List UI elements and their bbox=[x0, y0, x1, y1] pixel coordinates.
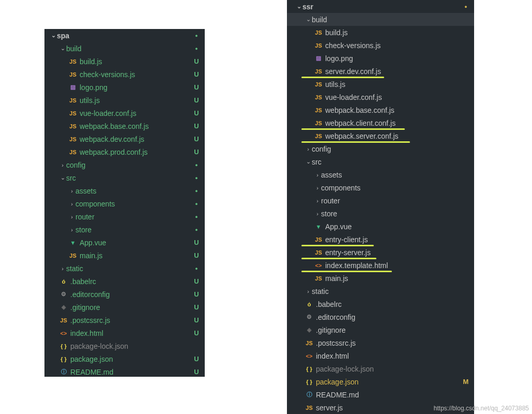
tree-folder[interactable]: ⌄build● bbox=[44, 42, 205, 55]
tree-root[interactable]: ⌄spa● bbox=[44, 29, 205, 42]
tree-file[interactable]: ⚙.editorconfigU bbox=[44, 288, 205, 301]
tree-folder[interactable]: ›router bbox=[287, 194, 474, 207]
tree-folder[interactable]: ›static● bbox=[44, 262, 205, 275]
tree-file[interactable]: { }package-lock.json bbox=[44, 339, 205, 352]
item-label: build bbox=[312, 16, 470, 24]
tree-file[interactable]: ▨logo.pngU bbox=[44, 81, 205, 94]
tree-file[interactable]: JScheck-versions.js bbox=[287, 39, 474, 52]
tree-folder[interactable]: ›store bbox=[287, 207, 474, 220]
tree-file[interactable]: JScheck-versions.jsU bbox=[44, 68, 205, 81]
item-label: build.js bbox=[325, 28, 470, 37]
item-label: assets bbox=[321, 171, 470, 179]
git-status-dot: ● bbox=[462, 4, 470, 9]
tree-file[interactable]: JSutils.jsU bbox=[44, 94, 205, 107]
tree-folder[interactable]: ›assets● bbox=[44, 184, 205, 197]
tree-file[interactable]: { }package.jsonU bbox=[44, 352, 205, 365]
tree-file[interactable]: ⓘREADME.mdU bbox=[44, 365, 205, 378]
tree-file[interactable]: JSwebpack.dev.conf.jsU bbox=[44, 132, 205, 145]
tree-file[interactable]: ◈.gitignoreU bbox=[44, 301, 205, 314]
git-status-modified: M bbox=[462, 378, 470, 386]
chevron-right-icon: › bbox=[68, 214, 75, 220]
tree-folder[interactable]: ›store● bbox=[44, 223, 205, 236]
chevron-right-icon: › bbox=[305, 146, 312, 152]
tree-file[interactable]: JS.postcssrc.jsU bbox=[44, 314, 205, 327]
git-status-dot: ● bbox=[192, 201, 201, 206]
tree-folder[interactable]: ⌄src● bbox=[44, 171, 205, 184]
git-status-untracked: U bbox=[192, 148, 201, 156]
highlight-underline bbox=[301, 258, 376, 259]
tree-file[interactable]: <>index.template.html bbox=[287, 259, 474, 272]
item-label: README.md bbox=[316, 391, 470, 399]
tree-file[interactable]: ⓘREADME.md bbox=[287, 388, 474, 401]
tree-file[interactable]: JSwebpack.base.conf.js bbox=[287, 103, 474, 116]
tree-file[interactable]: JSbuild.js bbox=[287, 26, 474, 39]
json-icon: { } bbox=[59, 343, 68, 349]
item-label: package-lock.json bbox=[316, 365, 470, 373]
tree-file[interactable]: { }package-lock.json bbox=[287, 362, 474, 375]
tree-file[interactable]: JS.postcssrc.js bbox=[287, 336, 474, 349]
tree-folder[interactable]: ›components bbox=[287, 181, 474, 194]
info-icon: ⓘ bbox=[305, 391, 314, 398]
tree-file[interactable]: JSserver.dev.conf.js bbox=[287, 65, 474, 78]
git-status-untracked: U bbox=[192, 252, 201, 259]
item-label: .postcssrc.js bbox=[70, 316, 192, 324]
git-icon: ◈ bbox=[59, 304, 68, 310]
tree-file[interactable]: JSutils.js bbox=[287, 78, 474, 91]
js-icon: JS bbox=[305, 405, 314, 411]
tree-file[interactable]: JSwebpack.client.conf.js bbox=[287, 116, 474, 129]
tree-file[interactable]: <>index.html bbox=[287, 349, 474, 362]
gear-icon: ⚙ bbox=[305, 314, 314, 320]
chevron-right-icon: › bbox=[59, 265, 66, 272]
js-icon: JS bbox=[68, 58, 78, 65]
js-icon: JS bbox=[68, 110, 78, 116]
tree-file[interactable]: JSmain.js bbox=[287, 272, 474, 285]
item-label: .gitignore bbox=[70, 303, 192, 312]
tree-folder[interactable]: ›config bbox=[287, 142, 474, 155]
item-label: webpack.base.conf.js bbox=[80, 122, 192, 130]
tree-folder[interactable]: ⌄src bbox=[287, 155, 474, 168]
babel-icon: ό bbox=[305, 301, 314, 307]
item-label: webpack.base.conf.js bbox=[325, 106, 470, 114]
item-label: .babelrc bbox=[70, 277, 192, 286]
tree-file[interactable]: ▼App.vueU bbox=[44, 236, 205, 249]
tree-file[interactable]: JSvue-loader.conf.js bbox=[287, 91, 474, 103]
chevron-down-icon: ⌄ bbox=[59, 45, 66, 52]
tree-file[interactable]: JSvue-loader.conf.jsU bbox=[44, 107, 205, 120]
tree-file[interactable]: { }package.jsonM bbox=[287, 375, 474, 388]
git-icon: ◈ bbox=[305, 327, 314, 333]
tree-file[interactable]: JSwebpack.prod.conf.jsU bbox=[44, 145, 205, 158]
tree-file[interactable]: JSbuild.jsU bbox=[44, 55, 205, 68]
tree-file[interactable]: ό.babelrc bbox=[287, 298, 474, 310]
tree-root[interactable]: ⌄ssr● bbox=[287, 0, 474, 13]
chevron-down-icon: ⌄ bbox=[305, 158, 312, 165]
highlight-underline bbox=[301, 77, 384, 78]
chevron-right-icon: › bbox=[314, 185, 321, 191]
git-status-dot: ● bbox=[192, 266, 201, 271]
img-icon: ▨ bbox=[314, 55, 323, 62]
chevron-right-icon: › bbox=[314, 172, 321, 178]
item-label: package.json bbox=[316, 378, 462, 386]
tree-file[interactable]: JSwebpack.base.conf.jsU bbox=[44, 120, 205, 132]
js-icon: JS bbox=[68, 71, 78, 78]
tree-folder[interactable]: ›components● bbox=[44, 197, 205, 210]
tree-folder[interactable]: ›router● bbox=[44, 210, 205, 223]
git-status-dot: ● bbox=[192, 214, 201, 219]
tree-file[interactable]: JSentry-server.js bbox=[287, 246, 474, 259]
tree-file[interactable]: ό.babelrcU bbox=[44, 275, 205, 288]
tree-file[interactable]: ◈.gitignore bbox=[287, 323, 474, 336]
tree-file[interactable]: JSwebpack.server.conf.js bbox=[287, 129, 474, 142]
git-status-dot: ● bbox=[192, 33, 201, 38]
tree-folder[interactable]: ›assets bbox=[287, 168, 474, 181]
gear-icon: ⚙ bbox=[59, 291, 68, 298]
tree-file[interactable]: ⚙.editorconfig bbox=[287, 310, 474, 323]
tree-file[interactable]: ▨logo.png bbox=[287, 52, 474, 65]
folder-label: ssr bbox=[302, 3, 462, 11]
tree-file[interactable]: ▼App.vue bbox=[287, 220, 474, 233]
tree-folder[interactable]: ›config● bbox=[44, 158, 205, 171]
tree-folder[interactable]: ⌄build bbox=[287, 13, 474, 26]
tree-folder[interactable]: ›static bbox=[287, 285, 474, 298]
tree-file[interactable]: JSentry-client.js bbox=[287, 233, 474, 246]
tree-file[interactable]: JSmain.jsU bbox=[44, 249, 205, 262]
json-icon: { } bbox=[305, 366, 314, 372]
tree-file[interactable]: <>index.htmlU bbox=[44, 327, 205, 339]
